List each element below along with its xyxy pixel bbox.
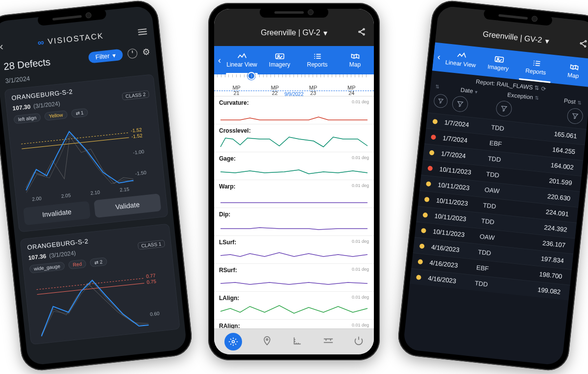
- tab-imagery[interactable]: Imagery: [478, 47, 519, 79]
- card-mp: 107.30: [12, 103, 31, 112]
- defect-chart: -1.52 -1.52 -1.00 -1.50 2.00 2.05 2.10 2…: [15, 116, 159, 203]
- tab-map[interactable]: Map: [336, 46, 374, 74]
- back-icon[interactable]: ‹: [0, 40, 4, 53]
- svg-line-11: [37, 283, 145, 294]
- channel-unit: 0.01 deg: [352, 183, 369, 188]
- channel-unit: 0.01 deg: [352, 267, 369, 272]
- settings-gear-icon[interactable]: [224, 333, 242, 351]
- svg-point-22: [585, 41, 587, 42]
- gear-icon[interactable]: ⚙: [142, 46, 150, 58]
- tag-chip: ⇄ 2: [90, 257, 107, 267]
- notch: [260, 7, 328, 18]
- svg-point-21: [267, 338, 268, 340]
- tab-linear-view[interactable]: Linear View: [441, 43, 482, 75]
- filter-date-icon[interactable]: [451, 95, 468, 113]
- power-icon[interactable]: [354, 336, 364, 348]
- tab-map[interactable]: Map: [553, 55, 588, 88]
- svg-text:-1.52: -1.52: [131, 133, 143, 139]
- svg-text:0.60: 0.60: [150, 311, 160, 317]
- ruler-tool-icon[interactable]: [293, 336, 302, 348]
- back-icon[interactable]: ‹: [218, 55, 221, 66]
- svg-line-1: [22, 138, 129, 149]
- channel-gage[interactable]: Gage:0.01 deg: [214, 152, 374, 180]
- validate-button[interactable]: Validate: [94, 193, 161, 218]
- tab-imagery[interactable]: Imagery: [261, 46, 298, 74]
- filter-exception-icon[interactable]: [495, 100, 513, 117]
- channel-curvature[interactable]: Curvature:0.01 deg: [214, 96, 374, 124]
- severity-dot-icon: [427, 165, 433, 171]
- sort-icon[interactable]: ⇅: [435, 84, 445, 92]
- channel-unit: 0.01 deg: [352, 239, 369, 244]
- imagery-icon: [275, 52, 285, 60]
- menu-icon[interactable]: [138, 28, 147, 35]
- severity-dot-icon: [426, 181, 431, 187]
- share-icon[interactable]: [578, 39, 588, 50]
- mp-ruler[interactable]: 9/9/2022 MP21MP22MP23MP24: [214, 74, 374, 96]
- tag-chip: Yellow: [44, 110, 68, 121]
- cell-exception: TDD: [491, 123, 534, 135]
- defect-card[interactable]: ORANGEBURG-S-2 107.36 (3/1/2024) CLASS 1…: [20, 223, 180, 345]
- svg-text:2.00: 2.00: [32, 195, 42, 202]
- svg-text:2.10: 2.10: [90, 189, 100, 196]
- tab-linear-view[interactable]: Linear View: [223, 46, 261, 74]
- channel-lsurf[interactable]: LSurf:0.01 deg: [214, 236, 374, 264]
- filter-post-icon[interactable]: [566, 108, 584, 125]
- filter-icon[interactable]: [433, 94, 448, 109]
- tab-reports[interactable]: Reports: [516, 51, 557, 83]
- wave-icon[interactable]: [323, 337, 334, 347]
- severity-dot-icon: [417, 259, 423, 264]
- severity-dot-icon: [422, 212, 428, 217]
- channel-label: LSurf:: [219, 239, 369, 246]
- cell-post: 198.700: [518, 268, 565, 280]
- defect-card[interactable]: ORANGEBURG-S-2 107.30 (3/1/2024) CLASS 2…: [4, 74, 169, 232]
- cell-exception: OAW: [479, 233, 522, 244]
- card-date: (3/1/2024): [33, 100, 60, 110]
- clock-icon[interactable]: [127, 48, 138, 59]
- share-icon[interactable]: [357, 27, 366, 38]
- svg-text:2.05: 2.05: [61, 192, 71, 199]
- header-title[interactable]: Greenville | GV-2: [261, 28, 320, 37]
- cell-post: 199.082: [516, 284, 564, 296]
- svg-text:-1.50: -1.50: [135, 170, 147, 176]
- channel-dip[interactable]: Dip:: [214, 208, 374, 236]
- channel-label: Gage:: [219, 155, 369, 162]
- cell-exception: EBF: [476, 264, 518, 276]
- pin-icon[interactable]: [262, 336, 272, 348]
- cell-exception: EBF: [489, 139, 532, 151]
- cell-date: 4/16/2023: [428, 275, 475, 287]
- cell-exception: TDD: [486, 170, 529, 182]
- defect-chart: 0.77 0.75 0.60: [30, 265, 173, 338]
- tag-chip: Red: [68, 259, 87, 270]
- col-post[interactable]: Post⇅: [554, 96, 585, 106]
- filter-button[interactable]: Filter ▾: [88, 49, 123, 64]
- brand-logo-icon: ∞: [37, 37, 46, 48]
- tab-reports[interactable]: Reports: [298, 46, 336, 74]
- channel-crosslevel[interactable]: Crosslevel:: [214, 124, 374, 152]
- page-title: 28 Defects: [3, 56, 50, 72]
- channel-rsurf[interactable]: RSurf:0.01 deg: [214, 264, 374, 292]
- class-chip: CLASS 1: [138, 240, 165, 250]
- mp-label: MP24: [347, 85, 356, 96]
- dropdown-icon[interactable]: ▾: [544, 36, 549, 46]
- svg-text:-1.00: -1.00: [133, 149, 145, 155]
- channel-label: Crosslevel:: [219, 127, 369, 134]
- cell-exception: TDD: [488, 155, 530, 166]
- header-title[interactable]: Greenville | GV-2: [482, 30, 542, 45]
- cell-date: 10/11/2023: [433, 228, 480, 240]
- severity-dot-icon: [419, 243, 425, 249]
- cell-date: 10/11/2023: [438, 181, 485, 193]
- back-icon[interactable]: ‹: [437, 52, 441, 63]
- invalidate-button[interactable]: Invalidate: [23, 201, 91, 225]
- channel-lalign[interactable]: LAlign:0.01 deg: [214, 292, 374, 320]
- mp-label: MP23: [309, 85, 318, 96]
- channel-unit: 0.01 deg: [352, 155, 369, 160]
- map-icon: [350, 52, 360, 60]
- channel-warp[interactable]: Warp:0.01 deg: [214, 180, 374, 208]
- channel-label: LAlign:: [219, 295, 369, 302]
- channel-label: RSurf:: [219, 267, 369, 274]
- card-mp: 107.36: [28, 253, 47, 261]
- dropdown-icon[interactable]: ▾: [323, 28, 327, 38]
- svg-point-23: [580, 43, 582, 44]
- channel-unit: 0.01 deg: [352, 323, 369, 327]
- severity-dot-icon: [424, 197, 430, 202]
